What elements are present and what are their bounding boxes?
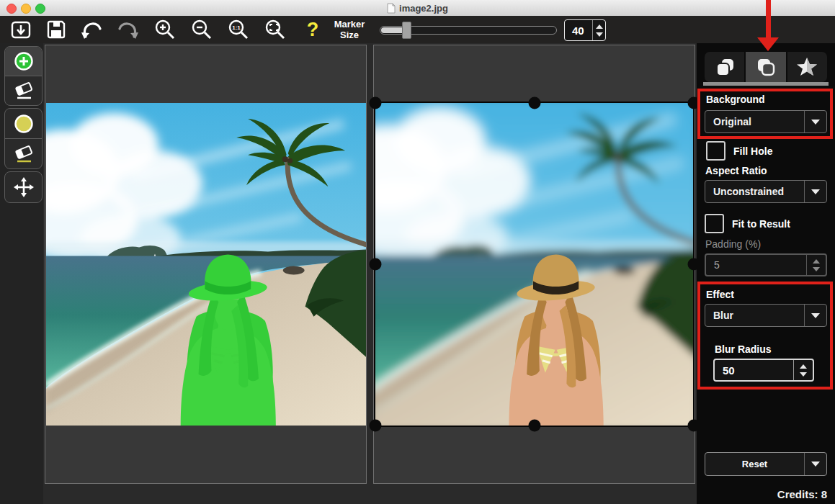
marker-size-label: Marker Size bbox=[326, 19, 373, 40]
window-title: image2.jpg bbox=[399, 3, 448, 14]
stepper-up-icon[interactable] bbox=[813, 259, 820, 264]
star-icon bbox=[795, 55, 818, 78]
tool-palette bbox=[0, 43, 43, 504]
reset-label: Reset bbox=[705, 453, 804, 475]
zoom-out-icon bbox=[190, 18, 213, 41]
aspect-ratio-label: Aspect Ratio bbox=[705, 165, 767, 176]
save-icon bbox=[45, 19, 67, 40]
tab-effects[interactable] bbox=[786, 52, 827, 82]
selection-handle-top-left[interactable] bbox=[370, 97, 382, 109]
move-tool[interactable] bbox=[5, 172, 42, 202]
help-button[interactable]: ? bbox=[300, 17, 325, 42]
move-icon bbox=[13, 176, 35, 198]
green-plus-marker-icon bbox=[13, 50, 35, 72]
tab-underline-bar bbox=[703, 82, 829, 86]
padding-label: Padding (%) bbox=[705, 238, 761, 250]
marker-size-field[interactable]: 40 bbox=[564, 19, 606, 41]
padding-field[interactable]: 5 bbox=[705, 253, 827, 276]
reset-button[interactable]: Reset bbox=[705, 452, 827, 476]
padding-stepper[interactable] bbox=[806, 255, 826, 275]
cutout-filled-icon bbox=[713, 55, 736, 78]
padding-value[interactable]: 5 bbox=[706, 255, 806, 275]
chevron-down-icon bbox=[811, 462, 820, 467]
chevron-down-icon bbox=[811, 189, 820, 194]
move-tool-group bbox=[4, 171, 43, 203]
zoom-fit-button[interactable] bbox=[263, 17, 287, 42]
zoom-fit-icon bbox=[264, 18, 287, 41]
selection-handle-top-center[interactable] bbox=[529, 97, 541, 109]
annotation-box-effect bbox=[697, 282, 833, 390]
eraser-white-icon bbox=[13, 81, 35, 101]
credits-counter: Credits: 8 bbox=[777, 488, 827, 500]
erase-keep-marker-tool[interactable] bbox=[5, 76, 42, 105]
selection-handle-mid-left[interactable] bbox=[370, 258, 382, 271]
zoom-1to1-label: 1:1 bbox=[232, 24, 241, 31]
zoom-in-button[interactable] bbox=[153, 17, 177, 42]
keep-marker-group bbox=[4, 46, 43, 106]
erase-hole-marker-tool[interactable] bbox=[5, 138, 42, 168]
title-group: image2.jpg bbox=[0, 0, 835, 16]
zoom-actual-size-button[interactable]: 1:1 bbox=[226, 17, 251, 42]
annotation-arrow-head-icon bbox=[757, 37, 779, 51]
stepper-up-icon[interactable] bbox=[596, 24, 603, 29]
tab-background[interactable] bbox=[744, 52, 785, 82]
main-toolbar: 1:1 ? Marker Size 40 bbox=[0, 16, 835, 43]
zoom-in-icon bbox=[153, 18, 177, 41]
save-button[interactable] bbox=[44, 17, 68, 42]
marker-size-stepper[interactable] bbox=[592, 20, 605, 40]
fit-to-result-label: Fit to Result bbox=[732, 218, 790, 230]
aspect-ratio-value: Unconstrained bbox=[705, 181, 804, 202]
document-icon bbox=[387, 3, 396, 14]
aspect-ratio-dropdown[interactable]: Unconstrained bbox=[705, 180, 827, 203]
zoom-1to1-icon: 1:1 bbox=[227, 18, 250, 41]
yellow-circle-marker-icon bbox=[13, 113, 35, 135]
selection-handle-bottom-center[interactable] bbox=[529, 420, 541, 432]
annotation-box-background bbox=[697, 89, 833, 139]
app-window: image2.jpg bbox=[0, 0, 835, 504]
tab-cutout[interactable] bbox=[705, 52, 744, 82]
fit-to-result-checkbox[interactable] bbox=[705, 214, 724, 233]
marker-size-slider[interactable] bbox=[380, 26, 557, 35]
annotation-arrow-shaft bbox=[766, 0, 771, 37]
source-image-panel[interactable] bbox=[45, 45, 367, 484]
add-keep-marker-tool[interactable] bbox=[5, 47, 42, 76]
redo-button[interactable] bbox=[116, 17, 140, 42]
stepper-down-icon[interactable] bbox=[596, 32, 603, 37]
fill-hole-label: Fill Hole bbox=[733, 145, 772, 157]
titlebar: image2.jpg bbox=[0, 0, 835, 17]
slider-thumb[interactable] bbox=[402, 22, 411, 39]
import-icon bbox=[10, 19, 32, 40]
zoom-out-button[interactable] bbox=[189, 17, 214, 42]
stepper-down-icon[interactable] bbox=[813, 267, 820, 271]
sidebar-tabs bbox=[705, 52, 827, 82]
eraser-yellow-icon bbox=[13, 144, 35, 164]
fill-hole-checkbox[interactable] bbox=[706, 141, 725, 161]
selection-handle-bottom-left[interactable] bbox=[370, 420, 382, 432]
result-image-panel[interactable] bbox=[373, 45, 695, 484]
aspect-ratio-dropdown-arrow[interactable] bbox=[804, 181, 826, 202]
source-photo-marked-green[interactable] bbox=[46, 103, 366, 426]
redo-icon bbox=[117, 19, 140, 40]
marker-size-value[interactable]: 40 bbox=[565, 20, 592, 40]
undo-icon bbox=[80, 19, 103, 40]
add-hole-marker-tool[interactable] bbox=[5, 109, 42, 138]
import-button[interactable] bbox=[9, 17, 33, 42]
hole-marker-group bbox=[4, 108, 43, 169]
result-photo-blurred-bg[interactable] bbox=[374, 102, 695, 427]
background-outline-icon bbox=[754, 55, 777, 78]
undo-button[interactable] bbox=[79, 17, 104, 42]
reset-dropdown-arrow[interactable] bbox=[804, 453, 826, 475]
